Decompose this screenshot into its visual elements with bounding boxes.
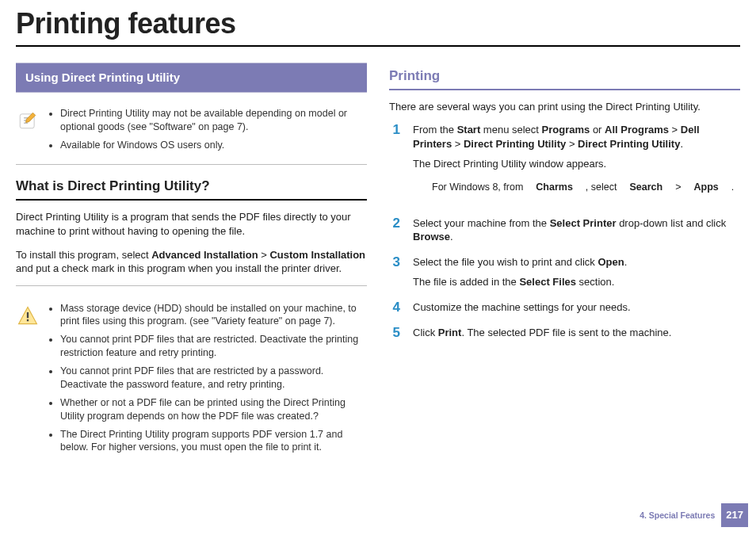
warning-note-list: Mass storage device (HDD) should be inst…: [46, 302, 365, 460]
text-bold: Charms: [536, 181, 573, 194]
text: or: [590, 124, 605, 136]
heading-printing: Printing: [389, 67, 740, 86]
sub-bullet-item: For Windows 8, from Charms, select Searc…: [432, 181, 740, 194]
step: 5 Click Print. The selected PDF file is …: [389, 326, 740, 341]
step-text: From the Start menu select Programs or A…: [413, 123, 740, 151]
text: .: [624, 256, 628, 268]
step: 3 Select the file you wish to print and …: [389, 255, 740, 289]
step-body: Select the file you wish to print and cl…: [413, 255, 740, 289]
text-bold: Direct Printing Utility: [578, 138, 680, 150]
text: >: [669, 124, 681, 136]
info-note-item: Direct Printing Utility may not be avail…: [60, 107, 365, 134]
text-bold: Apps: [693, 181, 718, 194]
paragraph: To install this program, select Advanced…: [16, 248, 367, 276]
text-bold: Programs: [542, 124, 590, 136]
step-text: Select the file you wish to print and cl…: [413, 255, 740, 269]
footer-chapter: 4. Special Features: [640, 510, 715, 521]
text-bold: Select Files: [519, 276, 576, 288]
text-bold: All Programs: [605, 124, 669, 136]
step-number: 1: [389, 123, 400, 138]
text: Select the file you wish to print and cl…: [413, 256, 598, 268]
warning-note-item: Whether or not a PDF file can be printed…: [60, 396, 365, 423]
text: . The selected PDF file is sent to the m…: [461, 327, 671, 338]
step: 4 Customize the machine settings for you…: [389, 300, 740, 315]
text: >: [675, 181, 681, 194]
sub-bullet-list: For Windows 8, from Charms, select Searc…: [413, 181, 740, 194]
svg-rect-2: [27, 319, 29, 320]
warning-note-box: Mass storage device (HDD) should be inst…: [16, 299, 367, 464]
text-bold: Advanced Installation: [151, 249, 258, 261]
warning-note-item: You cannot print PDF files that are rest…: [60, 333, 365, 360]
step-body: From the Start menu select Programs or A…: [413, 123, 740, 205]
text: and put a check mark in this program whe…: [16, 262, 342, 274]
step-body: Select your machine from the Select Prin…: [413, 216, 740, 244]
footer: 4. Special Features 217: [640, 503, 748, 527]
text: , select: [586, 181, 617, 194]
text: From the: [413, 124, 457, 136]
step-text: The Direct Printing Utility window appea…: [413, 157, 740, 171]
paragraph: There are several ways you can print usi…: [389, 100, 740, 114]
text-bold: Browse: [413, 231, 450, 243]
heading-rule: [16, 199, 367, 201]
step-body: Click Print. The selected PDF file is se…: [413, 326, 740, 340]
warning-note-item: You cannot print PDF files that are rest…: [60, 365, 365, 392]
text: >: [258, 249, 270, 261]
info-note-list: Direct Printing Utility may not be avail…: [46, 107, 365, 157]
text: >: [452, 138, 464, 150]
text-bold: Custom Installation: [269, 249, 365, 261]
text: The file is added in the: [413, 276, 519, 288]
step-number: 4: [389, 300, 400, 315]
text-bold: Open: [598, 256, 624, 268]
divider: [16, 164, 367, 165]
step-number: 3: [389, 255, 400, 270]
info-note-box: Direct Printing Utility may not be avail…: [16, 104, 367, 162]
text: >: [566, 138, 578, 150]
heading-what-is-dpu: What is Direct Printing Utility?: [16, 178, 367, 196]
warning-note-item: Mass storage device (HDD) should be inst…: [60, 302, 365, 329]
steps-list: 1 From the Start menu select Programs or…: [389, 123, 740, 341]
text: .: [680, 138, 683, 150]
step: 1 From the Start menu select Programs or…: [389, 123, 740, 205]
heading-rule: [389, 89, 740, 90]
text-bold: Direct Printing Utility: [464, 138, 566, 150]
step-number: 5: [389, 326, 400, 341]
text-bold: Select Printer: [550, 217, 617, 229]
text-bold: Search: [629, 181, 662, 194]
step-number: 2: [389, 216, 400, 231]
text: section.: [576, 276, 614, 288]
step-body: Customize the machine settings for your …: [413, 300, 740, 315]
divider: [16, 285, 367, 286]
text: For Windows 8, from: [432, 181, 523, 194]
svg-rect-1: [27, 312, 29, 318]
text: To install this program, select: [16, 249, 151, 261]
warning-note-item: The Direct Printing Utility program supp…: [60, 428, 365, 455]
two-column-layout: Using Direct Printing Utility Direct Pri…: [0, 63, 756, 464]
text: .: [450, 231, 453, 243]
left-column: Using Direct Printing Utility Direct Pri…: [16, 63, 367, 464]
info-note-icon: [17, 110, 38, 131]
title-rule: [16, 45, 740, 47]
text: Select your machine from the: [413, 217, 550, 229]
section-bar-using-dpu: Using Direct Printing Utility: [16, 63, 367, 93]
text-bold: Print: [438, 327, 462, 338]
text: Click: [413, 327, 438, 338]
text: menu select: [480, 124, 541, 136]
step-text: The file is added in the Select Files se…: [413, 275, 740, 289]
page-title: Printing features: [16, 5, 756, 44]
text: .: [731, 181, 734, 194]
warning-icon: [17, 305, 38, 326]
footer-page-number: 217: [721, 503, 748, 527]
right-column: Printing There are several ways you can …: [389, 63, 740, 464]
step: 2 Select your machine from the Select Pr…: [389, 216, 740, 244]
text-bold: Start: [457, 124, 481, 136]
paragraph: Direct Printing Utility is a program tha…: [16, 210, 367, 238]
text: drop-down list and click: [617, 217, 727, 229]
info-note-item: Available for Windows OS users only.: [60, 139, 365, 152]
